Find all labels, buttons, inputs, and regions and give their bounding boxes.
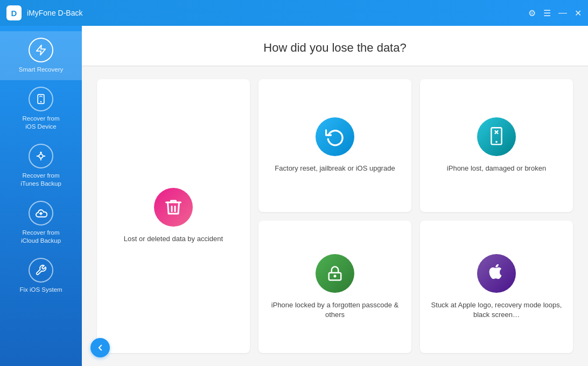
app-title: iMyFone D-Back xyxy=(27,9,528,17)
menu-icon[interactable]: ☰ xyxy=(543,8,551,18)
iphone-locked-icon xyxy=(316,254,354,293)
iphone-locked-label: iPhone locked by a forgotten passcode & … xyxy=(267,300,403,320)
factory-reset-icon xyxy=(316,117,354,156)
lost-deleted-label: Lost or deleted data by accident xyxy=(124,234,223,244)
factory-reset-label: Factory reset, jailbreak or iOS upgrade xyxy=(275,164,395,173)
sidebar-label-recover-ios: Recover fromiOS Device xyxy=(22,115,59,131)
iphone-lost-label: iPhone lost, damaged or broken xyxy=(447,164,546,173)
sidebar-item-smart-recovery[interactable]: Smart Recovery xyxy=(0,31,82,80)
sidebar-label-recover-icloud: Recover fromiCloud Backup xyxy=(21,229,61,245)
iphone-lost-icon xyxy=(477,117,516,156)
fix-ios-icon xyxy=(29,258,53,283)
stuck-apple-icon xyxy=(477,254,516,293)
recover-icloud-icon xyxy=(29,201,53,226)
sidebar-label-smart-recovery: Smart Recovery xyxy=(19,66,63,74)
card-iphone-locked[interactable]: iPhone locked by a forgotten passcode & … xyxy=(258,221,411,354)
app-logo: D xyxy=(6,5,22,20)
title-bar: D iMyFone D-Back ⚙ ☰ — ✕ xyxy=(0,0,588,26)
sidebar-label-fix-ios: Fix iOS System xyxy=(19,286,62,294)
lost-deleted-icon xyxy=(154,188,193,227)
svg-point-8 xyxy=(334,275,336,277)
card-lost-deleted[interactable]: Lost or deleted data by accident xyxy=(97,79,250,353)
page-heading: How did you lose the data? xyxy=(82,26,588,66)
svg-point-3 xyxy=(39,154,43,158)
settings-icon[interactable]: ⚙ xyxy=(528,8,536,18)
minimize-icon[interactable]: — xyxy=(558,8,567,18)
sidebar-item-recover-itunes[interactable]: Recover fromiTunes Backup xyxy=(0,137,82,194)
close-icon[interactable]: ✕ xyxy=(575,8,582,18)
sidebar-label-recover-itunes: Recover fromiTunes Backup xyxy=(20,172,61,188)
window-controls: ⚙ ☰ — ✕ xyxy=(528,8,582,18)
svg-point-4 xyxy=(40,152,41,153)
content-area: How did you lose the data? Lost or delet… xyxy=(82,26,588,366)
sidebar-item-recover-icloud[interactable]: Recover fromiCloud Backup xyxy=(0,194,82,251)
card-stuck-apple[interactable]: Stuck at Apple logo, recovery mode loops… xyxy=(420,221,573,354)
stuck-apple-label: Stuck at Apple logo, recovery mode loops… xyxy=(429,300,564,320)
sidebar-item-fix-ios[interactable]: Fix iOS System xyxy=(0,251,82,300)
main-layout: Smart Recovery Recover fromiOS Device xyxy=(0,26,588,366)
sidebar-item-recover-ios[interactable]: Recover fromiOS Device xyxy=(0,80,82,137)
cards-grid: Lost or deleted data by accident Factory… xyxy=(82,66,588,366)
card-factory-reset[interactable]: Factory reset, jailbreak or iOS upgrade xyxy=(258,79,411,212)
sidebar: Smart Recovery Recover fromiOS Device xyxy=(0,26,82,366)
svg-marker-0 xyxy=(37,45,46,55)
recover-itunes-icon xyxy=(29,144,53,168)
card-iphone-lost[interactable]: iPhone lost, damaged or broken xyxy=(420,79,573,212)
recover-ios-icon xyxy=(29,87,53,111)
back-button[interactable] xyxy=(90,338,110,357)
smart-recovery-icon xyxy=(29,38,53,62)
